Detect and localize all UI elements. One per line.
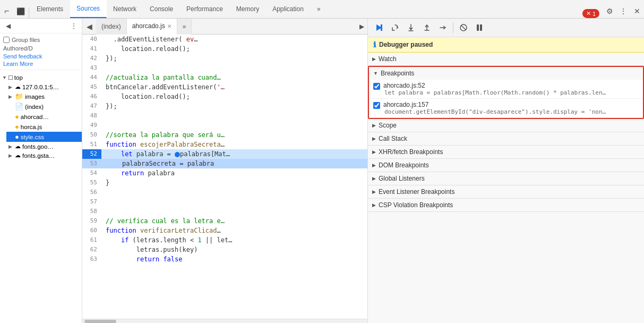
- line-code-49: [101, 121, 367, 130]
- tab-performance[interactable]: Performance: [180, 0, 230, 18]
- breakpoints-section: ▼ Breakpoints ahorcado.js:52 let palabra…: [368, 66, 644, 119]
- code-row-62: 62 letras.push(key): [82, 245, 367, 254]
- scope-header[interactable]: ▶ Scope: [368, 119, 644, 132]
- code-row-51: 51 function escojerPalabraSecreta…: [82, 140, 367, 149]
- file-tab-bar: ◀ (index) ahorcado.js ✕ » ▶: [82, 19, 367, 35]
- line-num-43: 43: [82, 63, 101, 73]
- line-code-42: });: [101, 54, 367, 63]
- dom-section: ▶ DOM Breakpoints: [368, 159, 644, 172]
- breakpoint-checkbox-1[interactable]: [373, 83, 380, 90]
- callstack-header[interactable]: ▶ Call Stack: [368, 132, 644, 145]
- error-badge[interactable]: ✕ 1: [582, 9, 599, 18]
- tab-more[interactable]: »: [311, 0, 328, 18]
- learn-more-link[interactable]: Learn More: [3, 60, 79, 67]
- line-num-63: 63: [82, 254, 101, 264]
- tree-label-images: images: [25, 94, 45, 100]
- line-code-43: [101, 63, 367, 73]
- send-feedback-link[interactable]: Send feedback: [3, 53, 79, 60]
- file-tree: ▼ □ top ▶ ☁ 127.0.0.1:5… ▶ 📁 image: [0, 70, 82, 162]
- code-content[interactable]: 40 .addEventListener( ev… 41 location.re…: [82, 35, 367, 319]
- line-code-57: [101, 197, 367, 207]
- tree-item-fonts-goo[interactable]: ▶ ☁ fonts.goo…: [6, 142, 82, 151]
- tab-sources[interactable]: Sources: [70, 0, 107, 18]
- sidebar-more-button[interactable]: ⋮: [68, 20, 80, 32]
- deactivate-breakpoints-button[interactable]: [457, 21, 470, 35]
- line-num-51: 51: [82, 140, 101, 149]
- tab-network[interactable]: Network: [107, 0, 143, 18]
- frame-icon: □: [8, 73, 13, 81]
- tree-item-fonts-gsta[interactable]: ▶ ☁ fonts.gsta…: [6, 151, 82, 160]
- xhr-header[interactable]: ▶ XHR/fetch Breakpoints: [368, 146, 644, 158]
- top-children: ▶ ☁ 127.0.0.1:5… ▶ 📁 images 📄 (ind: [0, 82, 82, 160]
- tab-elements[interactable]: Elements: [30, 0, 70, 18]
- tree-item-index[interactable]: 📄 (index): [6, 101, 82, 112]
- code-row-55: 55 }: [82, 178, 367, 188]
- tree-item-ahorcado[interactable]: ● ahorcad…: [6, 112, 82, 122]
- resume-button[interactable]: [372, 21, 386, 35]
- close-tab-ahorcado[interactable]: ✕: [167, 23, 171, 29]
- code-row-47: 47 });: [82, 101, 367, 111]
- back-files-button[interactable]: ◀: [83, 21, 95, 32]
- tree-item-top[interactable]: ▼ □ top: [0, 72, 82, 82]
- breakpoints-header[interactable]: ▼ Breakpoints: [369, 67, 643, 80]
- tab-memory[interactable]: Memory: [230, 0, 266, 18]
- step-over-button[interactable]: [388, 21, 402, 35]
- event-listener-header[interactable]: ▶ Event Listener Breakpoints: [368, 185, 644, 198]
- code-row-58: 58: [82, 207, 367, 216]
- code-row-60: 60 function verificarLetraClicad…: [82, 226, 367, 235]
- info-icon: ℹ: [373, 40, 376, 49]
- file-tab-ahorcado[interactable]: ahorcado.js ✕: [127, 19, 177, 35]
- tree-arrow-top: ▼: [2, 75, 8, 80]
- dock-icon-button[interactable]: ⬛: [14, 4, 28, 18]
- tab-application[interactable]: Application: [266, 0, 311, 18]
- line-num-55: 55: [82, 178, 101, 188]
- watch-header[interactable]: ▶ Watch: [368, 53, 644, 65]
- error-icon: ✕: [586, 10, 591, 17]
- cloud-icon-2: ☁: [15, 143, 21, 150]
- collapse-sidebar-button[interactable]: ◀: [2, 20, 14, 32]
- devtools-logo-button[interactable]: ⌐: [0, 4, 14, 18]
- event-listener-section: ▶ Event Listener Breakpoints: [368, 185, 644, 199]
- code-row-41: 41 location.reload();: [82, 44, 367, 54]
- horizontal-scrollbar[interactable]: [82, 319, 367, 323]
- group-files-option[interactable]: Group files: [3, 36, 79, 44]
- step-into-button[interactable]: [404, 21, 418, 35]
- tree-item-images[interactable]: ▶ 📁 images: [6, 91, 82, 101]
- tree-item-style[interactable]: ● style.css: [6, 132, 82, 142]
- breakpoint-location-2: ahorcado.js:157: [383, 101, 639, 108]
- dom-header[interactable]: ▶ DOM Breakpoints: [368, 159, 644, 172]
- tree-item-horca[interactable]: ● horca.js: [6, 122, 82, 132]
- line-num-60: 60: [82, 226, 101, 235]
- line-code-53: palabraSecreta = palabra: [101, 159, 367, 168]
- breakpoint-checkbox-2[interactable]: [373, 102, 380, 109]
- code-row-44: 44 //actualiza la pantalla cuand…: [82, 73, 367, 82]
- more-options-button[interactable]: ⋮: [616, 4, 630, 18]
- settings-button[interactable]: ⚙: [603, 4, 616, 18]
- code-row-45: 45 btnCancelar.addEventListener('…: [82, 82, 367, 92]
- group-files-label: Group files: [12, 37, 40, 43]
- step-button[interactable]: [436, 21, 450, 35]
- svg-rect-1: [381, 24, 382, 31]
- tab-console[interactable]: Console: [143, 0, 180, 18]
- scope-label: Scope: [379, 122, 397, 129]
- breakpoint-item-2: ahorcado.js:157 document.getElementById(…: [369, 99, 643, 118]
- callstack-section: ▶ Call Stack: [368, 132, 644, 146]
- line-num-53: 53: [82, 159, 101, 168]
- line-code-46: location.reload();: [101, 92, 367, 101]
- xhr-label: XHR/fetch Breakpoints: [379, 148, 443, 156]
- run-code-button[interactable]: ▶: [356, 21, 367, 32]
- file-tab-more[interactable]: »: [177, 19, 192, 35]
- tree-item-origin-1[interactable]: ▶ ☁ 127.0.0.1:5…: [6, 82, 82, 91]
- group-files-checkbox[interactable]: [3, 37, 10, 43]
- code-row-56: 56: [82, 188, 367, 197]
- global-listeners-header[interactable]: ▶ Global Listeners: [368, 172, 644, 185]
- scope-section: ▶ Scope: [368, 119, 644, 132]
- file-tab-index[interactable]: (index): [96, 19, 127, 35]
- close-devtools-button[interactable]: ✕: [630, 4, 644, 18]
- pause-on-exceptions-button[interactable]: [473, 21, 486, 35]
- breakpoints-arrow: ▼: [373, 71, 378, 76]
- line-code-62: letras.push(key): [101, 245, 367, 254]
- csp-arrow: ▶: [372, 202, 376, 208]
- step-out-button[interactable]: [420, 21, 434, 35]
- csp-header[interactable]: ▶ CSP Violation Breakpoints: [368, 199, 644, 211]
